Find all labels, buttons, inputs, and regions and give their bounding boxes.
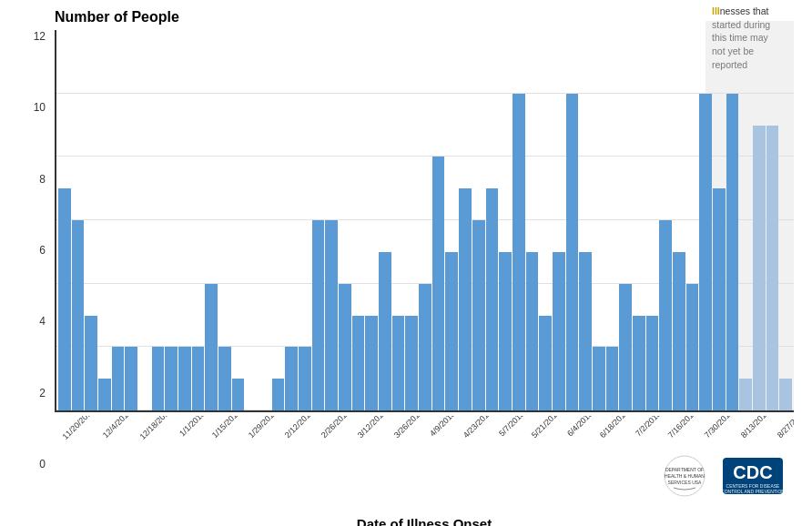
x-label-30: 7/2/2018 [634, 416, 663, 438]
cdc-logo: CDC CENTERS FOR DISEASE CONTROL AND PREV… [721, 453, 785, 499]
bar-36 [539, 316, 552, 411]
x-label-24: 5/21/2018 [529, 416, 561, 440]
bar-35 [526, 252, 539, 410]
bar-42 [619, 284, 632, 410]
bar-23 [365, 316, 378, 411]
x-label-18: 4/9/2018 [429, 416, 458, 438]
chart-container: Number of People Illnesses thatstarted d… [0, 0, 812, 526]
y-label-2: 2 [9, 387, 46, 400]
bar-52 [753, 126, 766, 411]
bar-2 [85, 316, 97, 411]
bar-45 [659, 220, 672, 410]
bar-37 [553, 252, 565, 410]
bar-27 [419, 284, 431, 410]
bar-24 [379, 252, 391, 410]
x-label-36: 8/13/2018 [739, 416, 771, 440]
y-axis-labels: 12 10 8 6 4 2 0 [9, 30, 46, 470]
y-label-0: 0 [9, 458, 46, 470]
x-labels-container: 11/20/201712/4/201712/18/20171/1/20181/1… [55, 416, 794, 430]
chart-area [55, 30, 794, 412]
bar-26 [405, 316, 418, 411]
bar-48 [699, 94, 712, 410]
x-label-28: 6/18/2018 [598, 416, 630, 440]
x-label-13: 2/26/2018 [320, 416, 351, 440]
x-label-22: 5/7/2018 [497, 416, 526, 438]
x-label-15: 3/12/2018 [356, 416, 388, 440]
bar-31 [472, 220, 485, 410]
y-label-6: 6 [9, 244, 46, 257]
bar-32 [486, 188, 499, 410]
bar-33 [499, 252, 512, 410]
bar-9 [178, 347, 191, 410]
bars-container [56, 30, 794, 410]
bar-4 [112, 347, 125, 410]
bar-21 [339, 284, 351, 410]
bar-43 [633, 316, 645, 411]
bar-7 [152, 347, 165, 410]
bar-0 [58, 188, 71, 410]
x-label-26: 6/4/2018 [565, 416, 594, 438]
bar-18 [299, 347, 311, 410]
x-label-16: 3/26/2018 [392, 416, 424, 440]
bar-10 [192, 347, 205, 410]
y-label-12: 12 [9, 30, 46, 43]
annotation-ill: Ill [712, 5, 720, 16]
bar-8 [165, 347, 178, 410]
bar-1 [72, 220, 85, 410]
bar-12 [218, 347, 231, 410]
bar-29 [445, 252, 458, 410]
bar-38 [566, 94, 579, 410]
bar-49 [713, 188, 726, 410]
x-label-1: 12/4/2017 [101, 416, 133, 440]
bar-41 [606, 347, 619, 410]
bar-53 [766, 126, 779, 411]
hhs-logo: DEPARTMENT OF HEALTH & HUMAN SERVICES US… [657, 453, 712, 499]
x-label-11: 2/12/2018 [283, 416, 315, 440]
bar-22 [352, 316, 365, 411]
bar-54 [779, 379, 792, 410]
bar-25 [392, 316, 405, 411]
bar-44 [646, 316, 659, 411]
x-label-0: 11/20/2017 [61, 416, 96, 441]
bar-39 [579, 252, 592, 410]
x-label-32: 7/16/2018 [666, 416, 698, 440]
x-label-20: 4/23/2018 [461, 416, 492, 440]
x-label-9: 1/29/2018 [247, 416, 279, 440]
svg-text:CDC: CDC [733, 462, 772, 482]
svg-text:DEPARTMENT OF: DEPARTMENT OF [665, 467, 704, 472]
bar-17 [285, 347, 298, 410]
y-label-4: 4 [9, 315, 46, 328]
x-label-34: 7/30/2018 [703, 416, 735, 440]
bar-11 [205, 284, 218, 410]
bar-28 [432, 157, 445, 410]
chart-title: Number of People [55, 9, 794, 25]
svg-text:HEALTH & HUMAN: HEALTH & HUMAN [665, 473, 705, 479]
bar-13 [232, 379, 245, 410]
bar-20 [325, 220, 338, 410]
bar-3 [98, 379, 111, 410]
bar-34 [513, 94, 525, 410]
svg-text:CONTROL AND PREVENTION: CONTROL AND PREVENTION [721, 489, 785, 494]
svg-text:SERVICES USA: SERVICES USA [668, 480, 703, 485]
x-axis-title: Date of Illness Onset [55, 516, 794, 526]
logos-container: DEPARTMENT OF HEALTH & HUMAN SERVICES US… [657, 453, 785, 499]
bar-51 [739, 379, 752, 410]
bar-19 [312, 220, 325, 410]
x-label-7: 1/15/2018 [210, 416, 242, 440]
y-label-10: 10 [9, 101, 46, 114]
bar-30 [459, 188, 472, 410]
bar-16 [272, 379, 285, 410]
bar-5 [125, 347, 137, 410]
bar-47 [686, 284, 699, 410]
bar-46 [673, 252, 685, 410]
bar-50 [726, 94, 739, 410]
x-label-3: 12/18/2017 [138, 416, 174, 441]
x-label-5: 1/1/2018 [178, 416, 207, 438]
y-label-8: 8 [9, 173, 46, 186]
x-label-38: 8/27/2018 [776, 416, 794, 440]
bar-40 [593, 347, 605, 410]
